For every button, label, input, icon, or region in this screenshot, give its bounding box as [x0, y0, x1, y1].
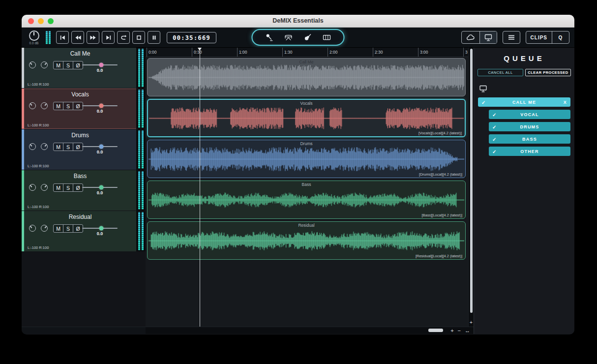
horizontal-scrollbar[interactable]: + − ↔: [22, 327, 474, 334]
volume-slider[interactable]: [82, 105, 118, 106]
pan-knob[interactable]: [29, 102, 36, 109]
phase-button[interactable]: Ø: [73, 224, 83, 233]
pan-knob[interactable]: [29, 143, 36, 150]
audio-region-drums[interactable]: Drums[Drums][Local][4.2 (latest)]: [147, 140, 466, 178]
master-volume-knob[interactable]: [29, 30, 39, 41]
waveform: [149, 228, 464, 254]
volume-slider[interactable]: [82, 187, 118, 188]
mute-button[interactable]: M: [53, 183, 63, 192]
solo-button[interactable]: S: [63, 183, 73, 192]
queue-item-bass[interactable]: ✓BASS: [489, 134, 570, 144]
volume-value: 0.0: [82, 231, 118, 236]
vertical-scroll-thumb[interactable]: [470, 49, 473, 313]
phase-button[interactable]: Ø: [73, 61, 83, 69]
local-device-button[interactable]: [480, 31, 497, 43]
waveform: [149, 187, 464, 213]
region-version-label: [Drums][Local][4.2 (latest)]: [419, 172, 462, 177]
solo-button[interactable]: S: [63, 102, 73, 110]
volume-slider-handle[interactable]: [99, 63, 103, 67]
queue-toggle-button[interactable]: Q: [552, 31, 569, 43]
phase-button[interactable]: Ø: [73, 102, 83, 110]
volume-slider[interactable]: [82, 64, 118, 65]
horizontal-scroll-thumb[interactable]: [428, 329, 443, 332]
minimize-window-button[interactable]: [38, 18, 44, 24]
solo-button[interactable]: S: [63, 61, 73, 69]
track-header-residual[interactable]: ResidualMSØ0.0L:-100 R:100: [22, 211, 146, 251]
skip-end-button[interactable]: [102, 31, 115, 44]
pan-knob[interactable]: [29, 225, 36, 232]
audio-region-call-me[interactable]: Call Me: [147, 58, 466, 96]
volume-slider-handle[interactable]: [99, 104, 103, 108]
track-header-bass[interactable]: BassMSØ0.0L:-100 R:100: [22, 170, 146, 211]
volume-slider-handle[interactable]: [99, 145, 103, 149]
cancel-all-button[interactable]: CANCEL ALL: [478, 69, 523, 76]
volume-slider-handle[interactable]: [99, 226, 103, 231]
mute-button[interactable]: M: [53, 143, 63, 151]
mute-button[interactable]: M: [53, 224, 63, 233]
stop-button[interactable]: [132, 31, 145, 44]
playhead-marker[interactable]: [198, 48, 202, 51]
piano-icon[interactable]: [323, 33, 331, 42]
playhead[interactable]: [200, 48, 200, 327]
mute-button[interactable]: M: [53, 61, 63, 69]
region-label: Residual: [148, 223, 465, 228]
master-db-label: 0.0 dB: [27, 41, 41, 45]
zoom-out-button[interactable]: −: [458, 328, 461, 334]
pause-button[interactable]: [148, 31, 160, 44]
audio-region-residual[interactable]: Residual[Residual][Local][4.2 (latest)]: [147, 221, 466, 260]
volume-slider-handle[interactable]: [99, 185, 103, 190]
microphone-icon[interactable]: [265, 33, 274, 42]
queue-item-drums[interactable]: ✓DRUMS: [489, 122, 570, 131]
phase-button[interactable]: Ø: [73, 143, 83, 151]
guitar-icon[interactable]: [303, 33, 312, 42]
queue-item-call-me[interactable]: ✓CALL MEX: [478, 97, 570, 107]
queue-item-pill[interactable]: ✓OTHER: [489, 147, 570, 156]
stem-selector: [252, 29, 345, 46]
queue-item-other[interactable]: ✓OTHER: [489, 147, 570, 156]
track-name: Call Me: [24, 50, 136, 57]
phase-button[interactable]: Ø: [73, 183, 83, 192]
queue-item-pill[interactable]: ✓VOCAL: [489, 110, 570, 119]
remove-item-icon[interactable]: X: [564, 100, 567, 105]
queue-item-pill[interactable]: ✓BASS: [489, 134, 570, 144]
track-header-drums[interactable]: DrumsMSØ0.0L:-100 R:100: [22, 129, 146, 170]
trim-knob[interactable]: [41, 61, 48, 68]
pan-knob[interactable]: [29, 61, 36, 68]
zoom-in-button[interactable]: +: [450, 328, 453, 334]
pan-range-label: L:-100 R:100: [28, 82, 49, 87]
zoom-window-button[interactable]: [48, 18, 54, 24]
rewind-button[interactable]: [71, 31, 84, 44]
skip-start-button[interactable]: [56, 31, 69, 44]
transport-controls: [56, 31, 160, 44]
timeline-ruler[interactable]: 0:000:301:001:302:002:303:003: [146, 48, 468, 57]
clear-processed-button[interactable]: CLEAR PROCESSED: [525, 69, 571, 76]
queue-item-pill[interactable]: ✓DRUMS: [489, 122, 570, 131]
pan-knob[interactable]: [29, 184, 36, 191]
cloud-button[interactable]: [462, 31, 480, 43]
trim-knob[interactable]: [41, 225, 48, 232]
clips-button[interactable]: CLIPS: [526, 31, 552, 43]
solo-button[interactable]: S: [63, 143, 73, 151]
volume-slider[interactable]: [82, 228, 118, 229]
solo-button[interactable]: S: [63, 224, 73, 233]
zoom-fit-button[interactable]: ↔: [465, 328, 470, 334]
queue-item-label: BASS: [522, 137, 537, 142]
mute-button[interactable]: M: [53, 102, 63, 110]
vertical-scrollbar[interactable]: +: [468, 48, 474, 327]
track-header-vocals[interactable]: VocalsMSØ0.0L:-100 R:100: [22, 89, 146, 129]
volume-slider[interactable]: [82, 146, 118, 147]
loop-button[interactable]: [117, 31, 130, 44]
menu-button[interactable]: [503, 31, 520, 43]
close-window-button[interactable]: [28, 18, 34, 24]
track-header-call-me[interactable]: Call MeMSØ0.0L:-100 R:100: [22, 48, 146, 88]
trim-knob[interactable]: [41, 143, 48, 150]
vertical-zoom-in-button[interactable]: +: [469, 320, 474, 325]
drums-icon[interactable]: [284, 33, 293, 42]
trim-knob[interactable]: [41, 184, 48, 191]
queue-item-pill[interactable]: ✓CALL MEX: [478, 97, 570, 107]
audio-region-vocals[interactable]: Vocals[Vocals][Local][4.2 (latest)]: [147, 99, 466, 137]
trim-knob[interactable]: [41, 102, 48, 109]
audio-region-bass[interactable]: Bass[Bass][Local][4.2 (latest)]: [147, 181, 466, 219]
queue-item-vocal[interactable]: ✓VOCAL: [489, 110, 570, 119]
fast-forward-button[interactable]: [87, 31, 99, 44]
